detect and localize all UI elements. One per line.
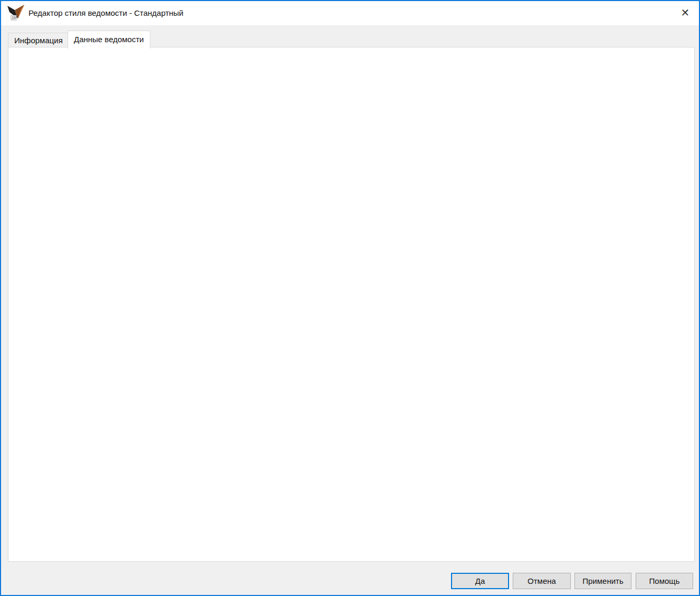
- ok-button[interactable]: Да: [451, 573, 509, 589]
- app-logo-icon: 19: [7, 4, 25, 22]
- tab-report-data[interactable]: Данные ведомости: [68, 31, 150, 49]
- cancel-button[interactable]: Отмена: [513, 573, 571, 589]
- tab-information[interactable]: Информация: [8, 33, 69, 47]
- tab-page: [8, 47, 695, 562]
- help-button[interactable]: Помощь: [636, 573, 693, 589]
- close-icon[interactable]: ✕: [674, 1, 697, 24]
- dialog-window: 19 Редактор стиля ведомости - Стандартны…: [0, 0, 700, 596]
- window-title: Редактор стиля ведомости - Стандартный: [28, 1, 184, 25]
- svg-text:19: 19: [12, 16, 16, 20]
- title-bar: 19 Редактор стиля ведомости - Стандартны…: [1, 1, 699, 25]
- apply-button[interactable]: Применить: [574, 573, 631, 589]
